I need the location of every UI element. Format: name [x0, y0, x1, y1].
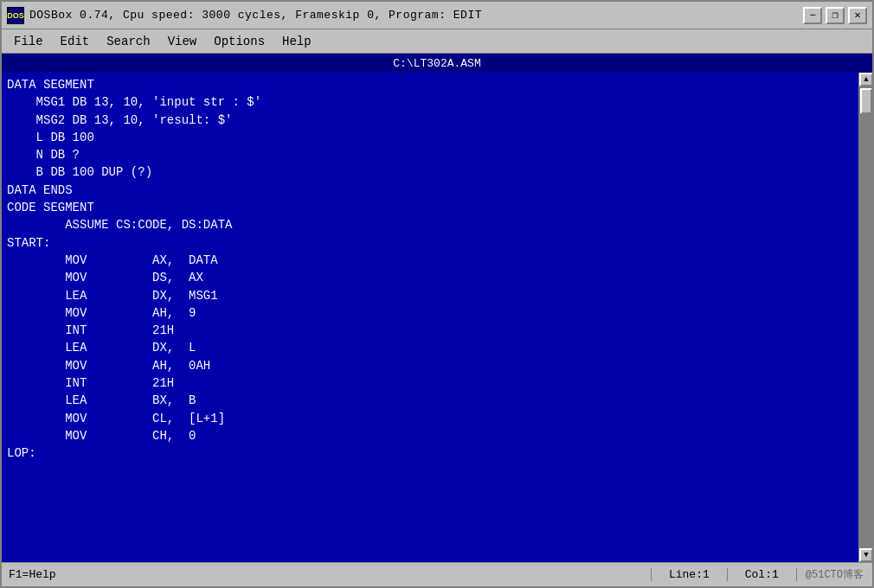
app-icon: DOS	[7, 7, 24, 24]
table-row: MOV CH, 0	[7, 427, 853, 444]
table-row: MSG2 DB 13, 10, 'result: $'	[7, 112, 853, 129]
help-hint: F1=Help	[2, 568, 652, 581]
table-row: LOP:	[7, 444, 853, 462]
table-row: MSG1 DB 13, 10, 'input str : $'	[7, 93, 853, 111]
table-row: INT 21H	[7, 374, 853, 392]
table-row: MOV AH, 9	[7, 304, 853, 322]
table-row: ASSUME CS:CODE, DS:DATA	[7, 216, 853, 233]
table-row: N DB ?	[7, 146, 853, 163]
table-row: MOV DS, AX	[7, 269, 853, 286]
file-title: C:\LT302A.ASM	[393, 57, 480, 70]
editor-area[interactable]: DATA SEGMENT MSG1 DB 13, 10, 'input str …	[2, 73, 858, 562]
minimize-button[interactable]: −	[803, 7, 822, 24]
table-row: MOV AH, 0AH	[7, 357, 853, 374]
window-controls: − ❐ ✕	[803, 7, 867, 24]
col-indicator: Col:1	[728, 568, 797, 581]
menu-help[interactable]: Help	[273, 33, 320, 50]
menu-search[interactable]: Search	[98, 33, 158, 50]
table-row: START:	[7, 234, 853, 252]
watermark: @51CTO博客	[797, 567, 872, 582]
table-row: DATA ENDS	[7, 182, 853, 199]
scroll-up-button[interactable]: ▲	[859, 73, 872, 86]
menu-file[interactable]: File	[5, 33, 52, 50]
table-row: DATA SEGMENT	[7, 76, 853, 93]
menu-options[interactable]: Options	[205, 33, 273, 50]
file-title-bar: C:\LT302A.ASM	[2, 54, 872, 73]
line-indicator: Line:1	[652, 568, 728, 581]
title-bar: DOS DOSBox 0.74, Cpu speed: 3000 cycles,…	[2, 2, 872, 29]
scroll-thumb[interactable]	[860, 88, 872, 114]
menu-view[interactable]: View	[159, 33, 206, 50]
table-row: INT 21H	[7, 322, 853, 339]
window-title: DOSBox 0.74, Cpu speed: 3000 cycles, Fra…	[29, 9, 803, 22]
restore-button[interactable]: ❐	[826, 7, 845, 24]
table-row: MOV CL, [L+1]	[7, 410, 853, 427]
menu-edit[interactable]: Edit	[52, 33, 99, 50]
table-row: L DB 100	[7, 129, 853, 146]
scroll-down-button[interactable]: ▼	[859, 548, 872, 562]
status-bar: F1=Help Line:1 Col:1 @51CTO博客	[2, 562, 872, 586]
editor-container: DATA SEGMENT MSG1 DB 13, 10, 'input str …	[2, 73, 872, 562]
table-row: LEA DX, MSG1	[7, 287, 853, 304]
menu-bar: File Edit Search View Options Help	[2, 29, 872, 54]
table-row: CODE SEGMENT	[7, 199, 853, 216]
table-row: LEA DX, L	[7, 339, 853, 356]
scroll-track[interactable]	[859, 86, 872, 548]
dosbox-window: DOS DOSBox 0.74, Cpu speed: 3000 cycles,…	[0, 0, 874, 588]
scrollbar[interactable]: ▲ ▼	[858, 73, 872, 562]
table-row: MOV AX, DATA	[7, 252, 853, 269]
table-row: B DB 100 DUP (?)	[7, 163, 853, 181]
table-row: LEA BX, B	[7, 392, 853, 409]
close-button[interactable]: ✕	[848, 7, 867, 24]
status-right: Line:1 Col:1 @51CTO博客	[652, 567, 872, 582]
